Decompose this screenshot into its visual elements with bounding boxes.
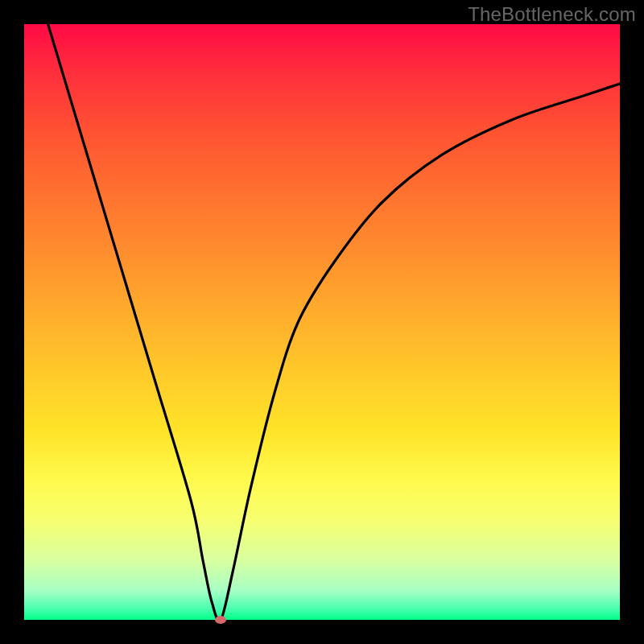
minimum-marker — [215, 616, 226, 624]
bottleneck-curve — [24, 24, 620, 620]
watermark-text: TheBottleneck.com — [468, 3, 636, 26]
chart-frame: TheBottleneck.com — [0, 0, 644, 644]
